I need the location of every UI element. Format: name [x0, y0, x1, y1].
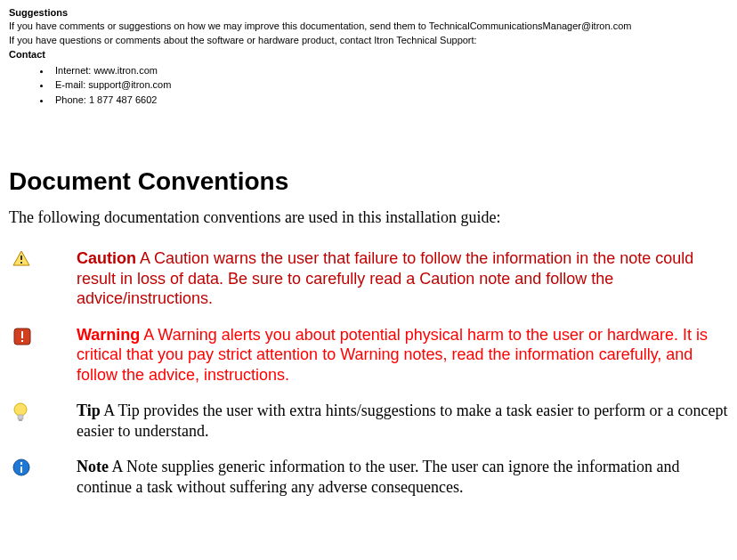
- tip-text: Tip A Tip provides the user with extra h…: [77, 401, 728, 441]
- warning-text: Warning A Warning alerts you about poten…: [77, 325, 728, 386]
- caution-icon: [9, 248, 77, 266]
- tip-label: Tip: [77, 402, 101, 419]
- svg-rect-5: [21, 340, 23, 342]
- note-text: Note A Note supplies generic information…: [77, 457, 728, 497]
- svg-rect-8: [19, 419, 22, 421]
- svg-rect-11: [20, 462, 22, 465]
- convention-row-warning: Warning A Warning alerts you about poten…: [9, 325, 728, 386]
- caution-body: A Caution warns the user that failure to…: [77, 249, 693, 307]
- note-body: A Note supplies generic information to t…: [77, 458, 680, 496]
- contact-list: Internet: www.itron.com E-mail: support@…: [52, 63, 728, 108]
- note-label: Note: [77, 458, 109, 475]
- tip-body: A Tip provides the user with extra hints…: [77, 402, 728, 440]
- intro-paragraph: The following documentation conventions …: [9, 208, 728, 227]
- caution-text: Caution A Caution warns the user that fa…: [77, 248, 728, 309]
- warning-body: A Warning alerts you about potential phy…: [77, 326, 708, 384]
- note-icon: [9, 457, 77, 476]
- list-item: Internet: www.itron.com: [52, 63, 728, 78]
- convention-row-tip: Tip A Tip provides the user with extra h…: [9, 401, 728, 441]
- convention-row-caution: Caution A Caution warns the user that fa…: [9, 248, 728, 309]
- list-item: Phone: 1 877 487 6602: [52, 93, 728, 108]
- svg-rect-7: [18, 415, 23, 419]
- list-item: E-mail: support@itron.com: [52, 77, 728, 93]
- svg-rect-4: [21, 331, 23, 338]
- svg-rect-10: [20, 467, 22, 473]
- svg-rect-1: [20, 256, 22, 260]
- page-title: Document Conventions: [9, 167, 728, 196]
- caution-label: Caution: [77, 249, 136, 267]
- svg-rect-2: [20, 262, 22, 264]
- suggestions-paragraph: If you have comments or suggestions on h…: [9, 20, 728, 32]
- tip-icon: [9, 401, 77, 424]
- support-paragraph: If you have questions or comments about …: [9, 34, 728, 46]
- warning-icon: [9, 325, 77, 346]
- conventions-table: Caution A Caution warns the user that fa…: [9, 248, 728, 497]
- convention-row-note: Note A Note supplies generic information…: [9, 457, 728, 497]
- warning-label: Warning: [77, 326, 140, 344]
- suggestions-heading: Suggestions: [9, 7, 728, 18]
- svg-point-6: [14, 403, 27, 416]
- contact-heading: Contact: [9, 49, 728, 60]
